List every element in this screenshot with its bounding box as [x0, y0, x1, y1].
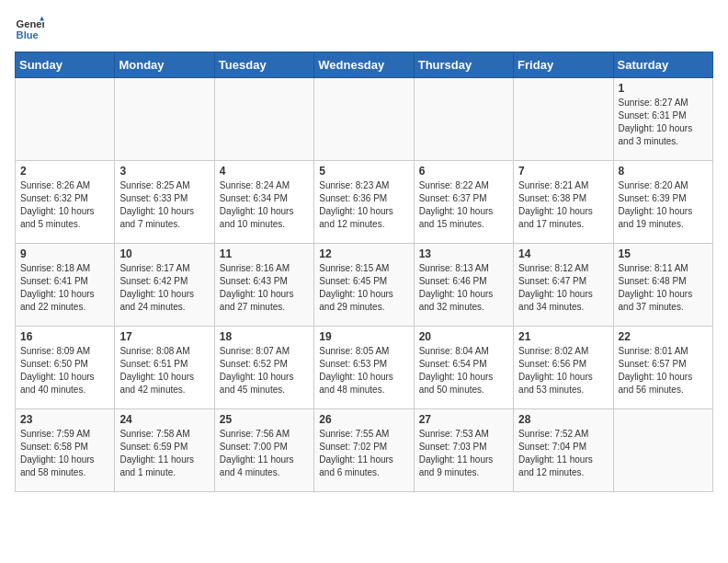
calendar-cell: 20Sunrise: 8:04 AM Sunset: 6:54 PM Dayli…	[414, 327, 513, 409]
day-number: 2	[20, 165, 109, 178]
calendar-cell	[613, 409, 712, 492]
calendar-cell: 18Sunrise: 8:07 AM Sunset: 6:52 PM Dayli…	[214, 327, 313, 409]
day-number: 26	[319, 413, 408, 426]
day-info: Sunrise: 8:09 AM Sunset: 6:50 PM Dayligh…	[20, 346, 95, 395]
day-info: Sunrise: 8:16 AM Sunset: 6:43 PM Dayligh…	[220, 263, 294, 312]
day-number: 14	[518, 247, 608, 260]
calendar-cell: 4Sunrise: 8:24 AM Sunset: 6:34 PM Daylig…	[214, 161, 313, 244]
calendar-cell	[214, 78, 313, 161]
calendar-cell	[115, 78, 214, 161]
calendar-table: SundayMondayTuesdayWednesdayThursdayFrid…	[15, 52, 713, 492]
day-number: 23	[20, 413, 109, 426]
calendar-cell: 6Sunrise: 8:22 AM Sunset: 6:37 PM Daylig…	[414, 161, 513, 244]
calendar-cell	[414, 78, 513, 161]
calendar-cell: 17Sunrise: 8:08 AM Sunset: 6:51 PM Dayli…	[115, 327, 214, 409]
calendar-cell: 16Sunrise: 8:09 AM Sunset: 6:50 PM Dayli…	[16, 327, 115, 409]
calendar-cell: 2Sunrise: 8:26 AM Sunset: 6:32 PM Daylig…	[16, 161, 115, 244]
day-info: Sunrise: 8:13 AM Sunset: 6:46 PM Dayligh…	[419, 263, 494, 312]
logo: General Blue	[15, 15, 44, 44]
day-info: Sunrise: 8:15 AM Sunset: 6:45 PM Dayligh…	[319, 263, 393, 312]
calendar-cell: 26Sunrise: 7:55 AM Sunset: 7:02 PM Dayli…	[314, 409, 414, 492]
day-number: 18	[220, 330, 309, 343]
day-number: 20	[419, 330, 508, 343]
day-number: 17	[119, 330, 209, 343]
day-number: 21	[518, 330, 608, 343]
calendar-cell: 9Sunrise: 8:18 AM Sunset: 6:41 PM Daylig…	[16, 244, 115, 327]
day-info: Sunrise: 7:53 AM Sunset: 7:03 PM Dayligh…	[419, 429, 494, 477]
weekday-header: Saturday	[613, 52, 712, 78]
svg-text:Blue: Blue	[17, 29, 39, 40]
calendar-cell: 24Sunrise: 7:58 AM Sunset: 6:59 PM Dayli…	[115, 409, 214, 492]
day-info: Sunrise: 8:08 AM Sunset: 6:51 PM Dayligh…	[119, 346, 194, 395]
calendar-cell: 12Sunrise: 8:15 AM Sunset: 6:45 PM Dayli…	[314, 244, 414, 327]
day-info: Sunrise: 8:18 AM Sunset: 6:41 PM Dayligh…	[20, 263, 95, 312]
calendar-week-row: 23Sunrise: 7:59 AM Sunset: 6:58 PM Dayli…	[16, 409, 713, 492]
day-number: 25	[220, 413, 309, 426]
day-number: 16	[20, 330, 109, 343]
day-info: Sunrise: 7:59 AM Sunset: 6:58 PM Dayligh…	[20, 429, 95, 477]
day-info: Sunrise: 8:02 AM Sunset: 6:56 PM Dayligh…	[518, 346, 593, 395]
calendar-cell: 27Sunrise: 7:53 AM Sunset: 7:03 PM Dayli…	[414, 409, 513, 492]
day-info: Sunrise: 7:52 AM Sunset: 7:04 PM Dayligh…	[518, 429, 593, 477]
day-number: 9	[20, 247, 109, 260]
header: General Blue	[15, 15, 713, 44]
calendar-cell: 13Sunrise: 8:13 AM Sunset: 6:46 PM Dayli…	[414, 244, 513, 327]
calendar-week-row: 9Sunrise: 8:18 AM Sunset: 6:41 PM Daylig…	[16, 244, 713, 327]
day-number: 3	[119, 165, 209, 178]
calendar-cell: 1Sunrise: 8:27 AM Sunset: 6:31 PM Daylig…	[613, 78, 712, 161]
day-info: Sunrise: 8:20 AM Sunset: 6:39 PM Dayligh…	[619, 180, 693, 229]
calendar-cell	[514, 78, 613, 161]
day-info: Sunrise: 8:01 AM Sunset: 6:57 PM Dayligh…	[619, 346, 693, 395]
day-number: 27	[419, 413, 508, 426]
day-number: 1	[619, 82, 708, 95]
day-number: 13	[419, 247, 508, 260]
day-number: 24	[119, 413, 209, 426]
day-number: 5	[319, 165, 408, 178]
day-number: 28	[518, 413, 608, 426]
day-info: Sunrise: 8:27 AM Sunset: 6:31 PM Dayligh…	[619, 98, 693, 146]
day-number: 22	[619, 330, 708, 343]
weekday-header-row: SundayMondayTuesdayWednesdayThursdayFrid…	[16, 52, 713, 78]
weekday-header: Tuesday	[214, 52, 313, 78]
day-number: 15	[619, 247, 708, 260]
day-number: 10	[119, 247, 209, 260]
weekday-header: Thursday	[414, 52, 513, 78]
calendar-cell: 5Sunrise: 8:23 AM Sunset: 6:36 PM Daylig…	[314, 161, 414, 244]
calendar-cell: 15Sunrise: 8:11 AM Sunset: 6:48 PM Dayli…	[613, 244, 712, 327]
day-info: Sunrise: 8:05 AM Sunset: 6:53 PM Dayligh…	[319, 346, 393, 395]
weekday-header: Sunday	[16, 52, 115, 78]
day-number: 19	[319, 330, 408, 343]
calendar-cell: 25Sunrise: 7:56 AM Sunset: 7:00 PM Dayli…	[214, 409, 313, 492]
calendar-cell: 11Sunrise: 8:16 AM Sunset: 6:43 PM Dayli…	[214, 244, 313, 327]
calendar-cell: 28Sunrise: 7:52 AM Sunset: 7:04 PM Dayli…	[514, 409, 613, 492]
day-info: Sunrise: 7:55 AM Sunset: 7:02 PM Dayligh…	[319, 429, 393, 477]
calendar-cell: 7Sunrise: 8:21 AM Sunset: 6:38 PM Daylig…	[514, 161, 613, 244]
day-number: 4	[220, 165, 309, 178]
day-info: Sunrise: 8:24 AM Sunset: 6:34 PM Dayligh…	[220, 180, 294, 229]
day-number: 8	[619, 165, 708, 178]
calendar-cell: 21Sunrise: 8:02 AM Sunset: 6:56 PM Dayli…	[514, 327, 613, 409]
day-info: Sunrise: 8:21 AM Sunset: 6:38 PM Dayligh…	[518, 180, 593, 229]
day-info: Sunrise: 8:04 AM Sunset: 6:54 PM Dayligh…	[419, 346, 494, 395]
day-info: Sunrise: 8:25 AM Sunset: 6:33 PM Dayligh…	[119, 180, 194, 229]
calendar-cell: 8Sunrise: 8:20 AM Sunset: 6:39 PM Daylig…	[613, 161, 712, 244]
day-number: 12	[319, 247, 408, 260]
calendar-cell: 10Sunrise: 8:17 AM Sunset: 6:42 PM Dayli…	[115, 244, 214, 327]
calendar-cell: 3Sunrise: 8:25 AM Sunset: 6:33 PM Daylig…	[115, 161, 214, 244]
calendar-cell	[16, 78, 115, 161]
weekday-header: Monday	[115, 52, 214, 78]
day-info: Sunrise: 8:23 AM Sunset: 6:36 PM Dayligh…	[319, 180, 393, 229]
day-number: 7	[518, 165, 608, 178]
day-info: Sunrise: 8:11 AM Sunset: 6:48 PM Dayligh…	[619, 263, 693, 312]
calendar-cell: 19Sunrise: 8:05 AM Sunset: 6:53 PM Dayli…	[314, 327, 414, 409]
weekday-header: Wednesday	[314, 52, 414, 78]
calendar-week-row: 1Sunrise: 8:27 AM Sunset: 6:31 PM Daylig…	[16, 78, 713, 161]
day-info: Sunrise: 8:17 AM Sunset: 6:42 PM Dayligh…	[119, 263, 194, 312]
day-info: Sunrise: 7:58 AM Sunset: 6:59 PM Dayligh…	[119, 429, 194, 477]
calendar-week-row: 16Sunrise: 8:09 AM Sunset: 6:50 PM Dayli…	[16, 327, 713, 409]
day-info: Sunrise: 8:07 AM Sunset: 6:52 PM Dayligh…	[220, 346, 294, 395]
weekday-header: Friday	[514, 52, 613, 78]
calendar-cell: 23Sunrise: 7:59 AM Sunset: 6:58 PM Dayli…	[16, 409, 115, 492]
calendar-cell: 22Sunrise: 8:01 AM Sunset: 6:57 PM Dayli…	[613, 327, 712, 409]
calendar-cell	[314, 78, 414, 161]
